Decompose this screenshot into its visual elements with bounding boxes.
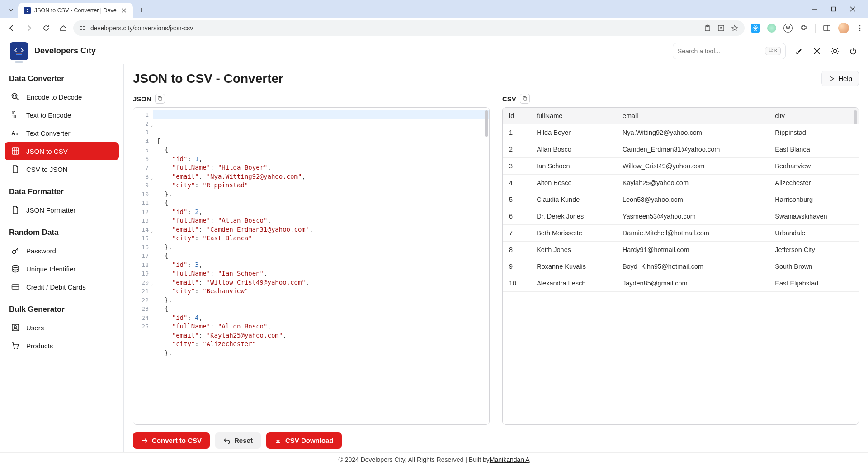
- footer-author-link[interactable]: Manikandan A: [490, 456, 530, 463]
- profile-avatar[interactable]: [838, 23, 849, 33]
- sidebar-item-json-formatter[interactable]: JSON Formatter: [5, 201, 119, 219]
- convert-button[interactable]: Convert to CSV: [133, 432, 210, 449]
- cell-email: Nya.Witting92@yahoo.com: [616, 124, 769, 141]
- nav-forward[interactable]: [22, 21, 36, 35]
- sidebar-item-label: Credit / Debit Cards: [26, 283, 86, 291]
- chevron-down-icon: [8, 7, 14, 13]
- sidebar-item-encode-to-decode[interactable]: Encode to Decode: [5, 88, 119, 106]
- cell-city: Alizechester: [769, 175, 859, 191]
- cell-fullName: Beth Morissette: [530, 225, 616, 242]
- svg-line-25: [837, 53, 838, 54]
- sidebar-item-label: JSON to CSV: [26, 147, 68, 155]
- table-row: 9Roxanne KuvalisBoyd_Kihn95@hotmail.comS…: [503, 258, 859, 275]
- download-icon: [274, 437, 282, 444]
- minimize-icon: [812, 6, 817, 12]
- table-row: 3Ian SchoenWillow_Crist49@yahoo.comBeaha…: [503, 158, 859, 175]
- star-icon[interactable]: [731, 24, 738, 32]
- extension-globe-icon[interactable]: [767, 24, 776, 33]
- svg-point-19: [833, 49, 837, 53]
- sidebar-item-password[interactable]: Password: [5, 242, 119, 260]
- table-row: 7Beth MorissetteDannie.Mitchell@hotmail.…: [503, 225, 859, 242]
- sidebar-item-json-to-csv[interactable]: JSON to CSV: [5, 142, 119, 160]
- clipboard-icon[interactable]: [704, 24, 711, 32]
- sidebar-item-products[interactable]: Products: [5, 337, 119, 355]
- help-button[interactable]: Help: [821, 71, 859, 86]
- csv-scrollbar[interactable]: [854, 110, 857, 124]
- close-window-button[interactable]: [847, 4, 858, 14]
- new-tab-button[interactable]: [135, 4, 147, 16]
- arrow-right-icon: [141, 437, 148, 444]
- sidebar-item-label: CSV to JSON: [26, 166, 68, 173]
- maximize-icon: [831, 6, 836, 12]
- cell-city: East Elijahstad: [769, 275, 859, 292]
- close-icon: [850, 6, 855, 12]
- logo-icon: [13, 47, 25, 56]
- power-icon[interactable]: [848, 46, 858, 56]
- json-editor[interactable]: 12⌄345678⌄91011121314⌄151617181920⌄21222…: [133, 107, 490, 425]
- tabs-dropdown[interactable]: [5, 5, 16, 15]
- binary-icon: 0110: [11, 110, 20, 119]
- table-row: 2Allan BoscoCamden_Erdman31@yahoo.comEas…: [503, 141, 859, 158]
- card-icon: [11, 282, 20, 291]
- cell-email: Leon58@yahoo.com: [616, 191, 769, 208]
- address-bar[interactable]: developers.city/conversions/json-csv: [73, 20, 745, 36]
- cell-email: Jayden85@gmail.com: [616, 275, 769, 292]
- cell-fullName: Hilda Boyer: [530, 124, 616, 141]
- sidebar-item-users[interactable]: Users: [5, 319, 119, 337]
- sidebar-item-label: Encode to Decode: [26, 93, 82, 101]
- cell-id: 5: [503, 191, 530, 208]
- cell-fullName: Ian Schoen: [530, 158, 616, 175]
- browser-tab[interactable]: JSON to CSV - Converter | Deve: [18, 3, 133, 18]
- window-controls: [803, 4, 864, 18]
- sidebar-section-title: Data Converter: [5, 71, 119, 88]
- table-row: 8Keith JonesHardy91@hotmail.comJefferson…: [503, 242, 859, 258]
- open-external-icon[interactable]: [717, 24, 725, 32]
- extensions-icon[interactable]: [800, 24, 808, 32]
- minimize-button[interactable]: [809, 4, 820, 14]
- sidebar-resize-handle[interactable]: [121, 253, 124, 264]
- search-input[interactable]: [678, 48, 761, 55]
- nav-back[interactable]: [5, 21, 19, 35]
- svg-point-15: [859, 27, 861, 29]
- nav-home[interactable]: [56, 21, 71, 35]
- app-logo[interactable]: [10, 42, 28, 60]
- brand-name: Developers City: [34, 46, 96, 56]
- sidebar-item-label: JSON Formatter: [26, 206, 75, 214]
- cell-email: Yasmeen53@yahoo.com: [616, 208, 769, 225]
- search-kbd: ⌘ K: [765, 47, 781, 55]
- brush-icon[interactable]: [794, 46, 804, 56]
- extension-w-icon[interactable]: W: [783, 24, 793, 33]
- download-button[interactable]: CSV Download: [266, 432, 342, 449]
- json-copy-button[interactable]: [155, 94, 165, 104]
- cell-city: South Brown: [769, 258, 859, 275]
- svg-rect-18: [16, 54, 22, 55]
- cell-email: Willow_Crist49@yahoo.com: [616, 158, 769, 175]
- cell-fullName: Allan Bosco: [530, 141, 616, 158]
- sidebar-item-unique-identifier[interactable]: Unique Identifier: [5, 260, 119, 278]
- svg-point-37: [13, 251, 16, 254]
- theme-toggle-icon[interactable]: [830, 46, 840, 56]
- csv-copy-button[interactable]: [520, 94, 530, 104]
- tab-close[interactable]: [120, 7, 127, 14]
- site-settings-icon: [80, 25, 86, 31]
- sidebar-item-text-to-encode[interactable]: 0110Text to Encode: [5, 106, 119, 124]
- cell-id: 10: [503, 275, 530, 292]
- sidebar-item-label: Unique Identifier: [26, 265, 75, 273]
- svg-point-8: [755, 27, 756, 29]
- react-devtools-icon[interactable]: [751, 24, 760, 33]
- sidebar-item-credit-debit-cards[interactable]: Credit / Debit Cards: [5, 278, 119, 296]
- reset-button[interactable]: Reset: [215, 432, 261, 449]
- side-panel-icon[interactable]: [823, 24, 831, 32]
- cell-city: Urbandale: [769, 225, 859, 242]
- search-box[interactable]: ⌘ K: [673, 43, 786, 59]
- nav-reload[interactable]: [39, 21, 53, 35]
- sidebar-item-csv-to-json[interactable]: CSV to JSON: [5, 160, 119, 178]
- cart-icon: [11, 341, 20, 350]
- sidebar-item-label: Password: [26, 247, 56, 255]
- page-title: JSON to CSV - Converter: [133, 71, 283, 86]
- kebab-menu-icon[interactable]: [856, 24, 863, 32]
- editor-scrollbar[interactable]: [485, 110, 488, 137]
- maximize-button[interactable]: [828, 4, 839, 14]
- sidebar-item-text-converter[interactable]: AaText Converter: [5, 124, 119, 142]
- x-social-icon[interactable]: [812, 46, 822, 56]
